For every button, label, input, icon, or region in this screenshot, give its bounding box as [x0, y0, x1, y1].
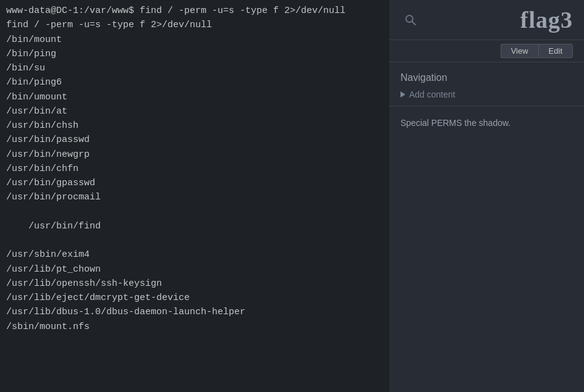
add-content-label: Add content	[409, 90, 455, 99]
terminal-line: /bin/mount	[6, 33, 383, 47]
terminal-panel: www-data@DC-1:/var/www$ find / -perm -u=…	[0, 0, 389, 392]
highlighted-terminal-line: /usr/bin/find	[28, 221, 101, 231]
terminal-line: /usr/bin/newgrp	[6, 148, 383, 162]
highlighted-line-wrapper: /usr/bin/find	[6, 205, 383, 248]
search-icon[interactable]	[400, 10, 420, 30]
terminal-line: /bin/umount	[6, 90, 383, 104]
right-top-bar: flag3	[389, 0, 584, 40]
navigation-section: Navigation Add content	[389, 62, 584, 106]
add-content-row[interactable]: Add content	[400, 90, 573, 99]
edit-button[interactable]: Edit	[538, 44, 573, 58]
terminal-line: /usr/bin/chfn	[6, 162, 383, 176]
view-button[interactable]: View	[501, 44, 538, 58]
terminal-line: /usr/lib/openssh/ssh-keysign	[6, 277, 383, 291]
perms-text: Special PERMS the shadow.	[400, 116, 573, 130]
navigation-title: Navigation	[400, 72, 573, 83]
terminal-line: /bin/su	[6, 61, 383, 75]
terminal-line: /usr/sbin/exim4	[6, 248, 383, 262]
view-edit-row: View Edit	[389, 40, 584, 62]
svg-line-1	[412, 22, 415, 25]
flag-title: flag3	[520, 6, 573, 33]
right-panel: flag3 View Edit Navigation Add content S…	[389, 0, 584, 392]
terminal-line: /bin/ping	[6, 47, 383, 61]
terminal-line: /bin/ping6	[6, 75, 383, 90]
terminal-line: /usr/lib/eject/dmcrypt-get-device	[6, 291, 383, 305]
terminal-line: /usr/lib/dbus-1.0/dbus-daemon-launch-hel…	[6, 305, 383, 319]
terminal-line: /usr/bin/passwd	[6, 133, 383, 147]
terminal-line: /usr/bin/procmail	[6, 190, 383, 204]
terminal-line: /usr/bin/at	[6, 104, 383, 119]
terminal-line: /usr/bin/chsh	[6, 119, 383, 133]
perms-section: Special PERMS the shadow.	[389, 106, 584, 392]
terminal-command: find / -perm -u=s -type f 2>/dev/null	[6, 18, 383, 32]
terminal-line: /sbin/mount.nfs	[6, 320, 383, 334]
terminal-prompt: www-data@DC-1:/var/www$ find / -perm -u=…	[6, 4, 383, 18]
terminal-line: /usr/lib/pt_chown	[6, 262, 383, 277]
terminal-line: /usr/bin/gpasswd	[6, 176, 383, 190]
triangle-icon	[400, 91, 405, 98]
